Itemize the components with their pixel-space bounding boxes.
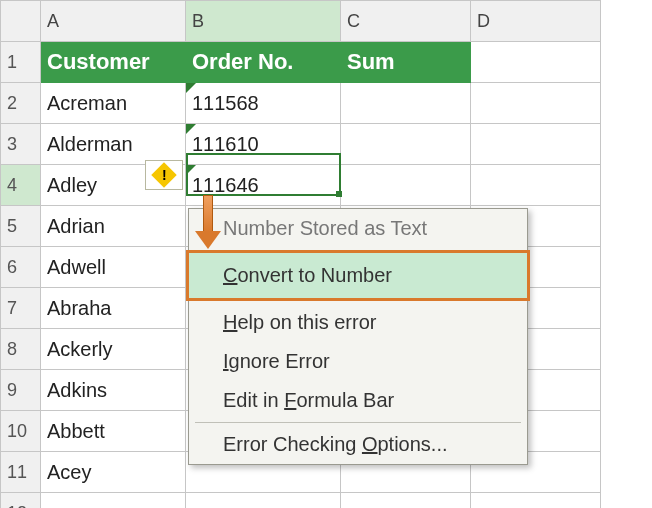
row-header-3[interactable]: 3 — [1, 124, 41, 165]
row-header-10[interactable]: 10 — [1, 411, 41, 452]
cell-D2[interactable] — [471, 83, 601, 124]
col-header-A[interactable]: A — [41, 1, 186, 42]
cell-B2[interactable]: 111568 — [186, 83, 341, 124]
header-order-no: Order No. — [186, 42, 341, 83]
col-header-B[interactable]: B — [186, 1, 341, 42]
cell-A11[interactable]: Acey — [41, 452, 186, 493]
cell-A7[interactable]: Abraha — [41, 288, 186, 329]
menu-convert-to-number[interactable]: Convert to Number — [186, 250, 530, 301]
select-all-corner[interactable] — [1, 1, 41, 42]
row-header-5[interactable]: 5 — [1, 206, 41, 247]
menu-ignore-error[interactable]: Ignore Error — [189, 342, 527, 381]
error-indicator-button[interactable]: ! — [145, 160, 183, 190]
row-header-8[interactable]: 8 — [1, 329, 41, 370]
header-customer: Customer — [41, 42, 186, 83]
menu-edit-formula-bar[interactable]: Edit in Formula Bar — [189, 381, 527, 420]
header-sum: Sum — [341, 42, 471, 83]
cell-A9[interactable]: Adkins — [41, 370, 186, 411]
cell-A10[interactable]: Abbett — [41, 411, 186, 452]
menu-title: Number Stored as Text — [189, 209, 527, 248]
cell-A3[interactable]: Alderman — [41, 124, 186, 165]
menu-separator — [195, 422, 521, 423]
col-header-D[interactable]: D — [471, 1, 601, 42]
cell-B3[interactable]: 111610 — [186, 124, 341, 165]
menu-help-on-error[interactable]: Help on this error — [189, 303, 527, 342]
cell-A2[interactable]: Acreman — [41, 83, 186, 124]
cell-A6[interactable]: Adwell — [41, 247, 186, 288]
cell-C4[interactable] — [341, 165, 471, 206]
cell-C3[interactable] — [341, 124, 471, 165]
cell-A5[interactable]: Adrian — [41, 206, 186, 247]
col-header-C[interactable]: C — [341, 1, 471, 42]
cell-B4-active[interactable]: 111646 — [186, 165, 341, 206]
row-header-7[interactable]: 7 — [1, 288, 41, 329]
row-header-2[interactable]: 2 — [1, 83, 41, 124]
row-header-1[interactable]: 1 — [1, 42, 41, 83]
error-context-menu: Number Stored as Text Convert to Number … — [188, 208, 528, 465]
warning-icon: ! — [151, 162, 176, 187]
cell-C2[interactable] — [341, 83, 471, 124]
menu-error-checking-options[interactable]: Error Checking Options... — [189, 425, 527, 464]
row-header-11[interactable]: 11 — [1, 452, 41, 493]
cell-D4[interactable] — [471, 165, 601, 206]
row-header-4[interactable]: 4 — [1, 165, 41, 206]
cell-D3[interactable] — [471, 124, 601, 165]
row-header-9[interactable]: 9 — [1, 370, 41, 411]
cell-A8[interactable]: Ackerly — [41, 329, 186, 370]
cell-D1[interactable] — [471, 42, 601, 83]
row-header-12[interactable]: 12 — [1, 493, 41, 509]
row-header-6[interactable]: 6 — [1, 247, 41, 288]
